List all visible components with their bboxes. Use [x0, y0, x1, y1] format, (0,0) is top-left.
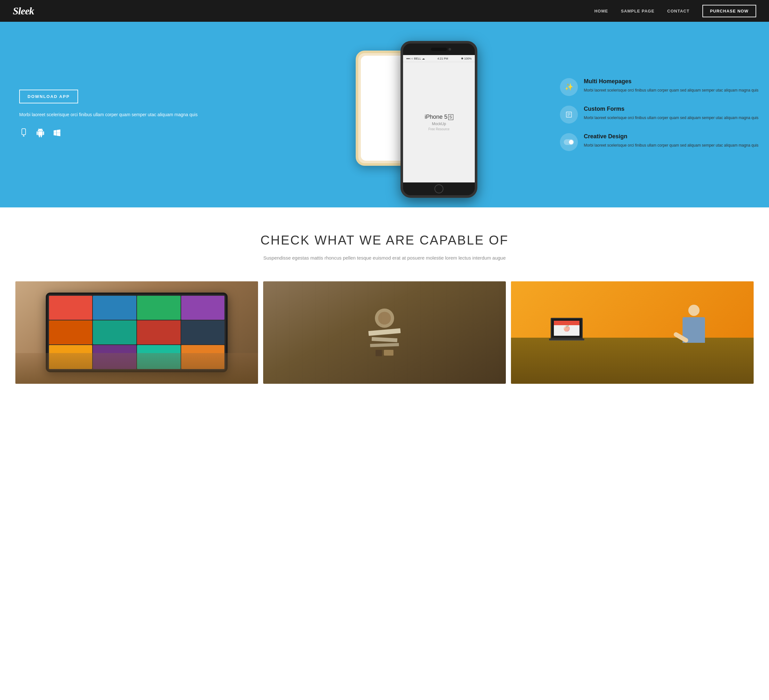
nav-links: HOME SAMPLE PAGE CONTACT PURCHASE NOW	[594, 5, 756, 17]
platform-icons	[19, 128, 280, 140]
nav-contact[interactable]: CONTACT	[667, 9, 690, 13]
feature-creative-design-title: Creative Design	[584, 133, 758, 140]
capable-subtitle: Suspendisse egestas mattis rhoncus pelle…	[13, 254, 756, 262]
hero-phone-mockup: ●●○○ BELL ☁ 4:21 PM ✺ 100% iPhone 5S Moc…	[292, 22, 554, 207]
multi-homepages-icon: ✨	[560, 78, 578, 96]
feature-custom-forms-desc: Morbi laoreet scelerisque orci finibus u…	[584, 115, 758, 121]
feature-custom-forms-title: Custom Forms	[584, 106, 758, 112]
phone-model-label: iPhone 5S	[425, 114, 453, 120]
custom-forms-icon	[560, 106, 578, 124]
phone-front: ●●○○ BELL ☁ 4:21 PM ✺ 100% iPhone 5S Moc…	[401, 41, 477, 198]
hero-features: ✨ Multi Homepages Morbi laoreet sceleris…	[553, 22, 769, 207]
gallery-card-tablet	[15, 281, 258, 384]
nav-home[interactable]: HOME	[594, 9, 608, 13]
feature-multi-homepages: ✨ Multi Homepages Morbi laoreet sceleris…	[560, 78, 759, 96]
feature-multi-homepages-title: Multi Homepages	[584, 78, 758, 85]
feature-multi-homepages-desc: Morbi laoreet scelerisque orci finibus u…	[584, 87, 758, 93]
phone-mockup-label: MockUp	[432, 122, 446, 126]
nav-sample-page[interactable]: SAMPLE PAGE	[621, 9, 655, 13]
feature-creative-design-desc: Morbi laoreet scelerisque orci finibus u…	[584, 143, 758, 149]
gallery-card-person: 🍎	[511, 281, 754, 384]
svg-rect-0	[22, 128, 26, 135]
phone-status-time: 4:21 PM	[437, 57, 448, 60]
hero-description: Morbi laoreet scelerisque orci finibus u…	[19, 111, 280, 119]
android-icon	[36, 128, 45, 140]
feature-custom-forms: Custom Forms Morbi laoreet scelerisque o…	[560, 106, 759, 124]
phone-status-left: ●●○○ BELL ☁	[406, 57, 425, 60]
person-silhouette	[682, 305, 705, 343]
hero-left: DOWNLOAD APP Morbi laoreet scelerisque o…	[0, 22, 292, 207]
download-app-button[interactable]: DOWNLOAD APP	[19, 90, 78, 103]
purchase-now-button[interactable]: PURCHASE NOW	[702, 5, 756, 17]
laptop-mockup: 🍎	[547, 318, 586, 340]
ios-icon	[19, 128, 28, 140]
phone-status-right: ✺ 100%	[461, 57, 472, 60]
capable-section: CHECK WHAT WE ARE CAPABLE OF Suspendisse…	[0, 207, 769, 281]
gallery-card-items	[263, 281, 506, 384]
phone-resource-label: Free Resource	[428, 127, 449, 131]
feature-creative-design: Creative Design Morbi laoreet scelerisqu…	[560, 133, 759, 151]
creative-design-icon	[560, 133, 578, 151]
brand-logo: Sleek	[13, 5, 34, 17]
svg-point-8	[569, 140, 573, 144]
navbar: Sleek HOME SAMPLE PAGE CONTACT PURCHASE …	[0, 0, 769, 22]
capable-title: CHECK WHAT WE ARE CAPABLE OF	[13, 233, 756, 247]
gallery-grid: 🍎	[0, 281, 769, 384]
windows-icon	[53, 128, 61, 140]
hero-section: DOWNLOAD APP Morbi laoreet scelerisque o…	[0, 22, 769, 207]
